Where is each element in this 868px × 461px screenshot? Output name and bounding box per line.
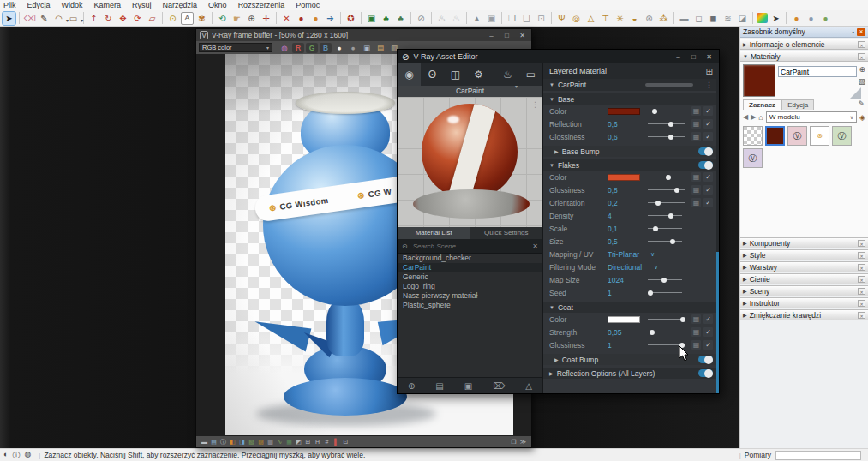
paint-bucket-tool[interactable]: ✾ xyxy=(195,12,208,25)
ies-light-icon[interactable]: ⊤ xyxy=(599,12,612,25)
material-item-generic[interactable]: Generic xyxy=(398,272,542,282)
sphere-light-icon[interactable]: ◎ xyxy=(570,12,583,25)
value-coat-strength[interactable]: 0,05 xyxy=(608,328,644,337)
push-pull-tool[interactable]: ↥ xyxy=(87,12,100,25)
tray-section-entity-info[interactable]: ▶ Informacje o elemencie ✕ xyxy=(740,39,868,50)
zoom-extents-tool[interactable]: ✛ xyxy=(260,12,272,25)
section-close-icon[interactable]: ✕ xyxy=(858,264,865,271)
clear-search-icon[interactable]: ✕ xyxy=(532,242,538,250)
sample-paint-icon[interactable] xyxy=(849,87,861,99)
layer-opacity-slider[interactable] xyxy=(645,83,693,87)
delete-material-icon[interactable]: ⌦ xyxy=(493,381,505,391)
rotate-tool[interactable]: ⟳ xyxy=(131,12,144,25)
vray-scene-settings-icon[interactable]: ✪ xyxy=(344,12,357,25)
render-button[interactable]: ♨▾ xyxy=(496,63,519,86)
slider-flakes-seed[interactable] xyxy=(648,289,682,297)
spot-light-icon[interactable]: △ xyxy=(584,12,597,25)
mesh-light-icon[interactable]: ⊛ xyxy=(643,12,655,25)
paint-sample-icon[interactable]: ◈ xyxy=(859,113,865,122)
value-flakes-filtering-mode[interactable]: Directional xyxy=(608,263,644,272)
tray-section-style[interactable]: ▶Style✕ xyxy=(740,249,868,260)
texture-slot-base-color[interactable]: ▦ xyxy=(691,106,701,116)
tray-section-instruktor[interactable]: ▶Instruktor✕ xyxy=(740,297,868,308)
tray-section-warstwy[interactable]: ▶Warstwy✕ xyxy=(740,261,868,272)
vfb-title-bar[interactable]: V V-Ray frame buffer - [50% of 1280 x 16… xyxy=(196,29,531,41)
slider-flakes-scale[interactable] xyxy=(648,225,682,233)
vray-asset-editor-toolbar-icon[interactable]: ⊘ xyxy=(415,12,428,25)
text-tool[interactable]: A xyxy=(181,12,194,25)
section-base-bump[interactable]: ▶Base Bump xyxy=(543,146,719,157)
blue-channel-button[interactable]: B xyxy=(320,43,332,53)
slider-knob[interactable] xyxy=(668,122,673,127)
ae-scrollbar[interactable] xyxy=(716,79,719,393)
vfb-curves-icon[interactable]: ∿ xyxy=(275,436,284,447)
menu-widok[interactable]: Widok xyxy=(62,1,83,9)
slider-coat-color[interactable] xyxy=(648,315,685,324)
active-material-preview[interactable] xyxy=(743,64,775,97)
vray-render-icon[interactable]: ● xyxy=(295,12,308,25)
texture-slot-flakes-color[interactable]: ▦ xyxy=(691,172,701,182)
slider-knob[interactable] xyxy=(661,278,667,283)
scale-tool[interactable]: ▱ xyxy=(146,12,159,25)
light-gen-icon[interactable]: ⁂ xyxy=(657,12,670,25)
search-input[interactable] xyxy=(411,242,533,251)
value-base-reflection[interactable]: 0,6 xyxy=(608,120,644,129)
vfb-close-button[interactable]: ✕ xyxy=(517,32,528,39)
geometries-tab[interactable]: ◫ xyxy=(444,63,467,86)
open-material-icon[interactable]: ▤ xyxy=(435,381,443,391)
section-base[interactable]: ▼Base xyxy=(543,93,719,105)
vfb-background-icon[interactable]: ▦ xyxy=(284,436,294,447)
slider-flakes-map-size[interactable] xyxy=(648,276,682,284)
color-swatch-base-color[interactable] xyxy=(608,108,640,115)
forward-arrow-icon[interactable]: ▶ xyxy=(751,113,756,121)
vfb-maximize-button[interactable]: □ xyxy=(501,32,512,39)
value-coat-glossiness[interactable]: 1 xyxy=(608,341,644,350)
texture-slot-coat-glossiness[interactable]: ▦ xyxy=(691,340,701,350)
tape-measure-tool[interactable]: ⊙ xyxy=(166,12,179,25)
enable-checkbox-base-reflection[interactable]: ✓ xyxy=(703,119,713,129)
section-close-icon[interactable]: ✕ xyxy=(858,240,865,247)
red-channel-button[interactable]: R xyxy=(292,43,304,53)
zoom-tool[interactable]: ⊕ xyxy=(245,12,258,25)
section-close-icon[interactable]: ✕ xyxy=(858,288,865,295)
proxy-export-icon[interactable]: ◼ xyxy=(707,12,720,25)
follow-me-tool[interactable]: ↻ xyxy=(102,12,115,25)
toggle-coat-bump[interactable] xyxy=(698,356,713,363)
claim-credit-icon[interactable]: ◍ xyxy=(24,450,31,461)
toggle-flakes[interactable] xyxy=(698,161,713,169)
slider-knob[interactable] xyxy=(666,175,671,180)
section-coat[interactable]: ▼Coat xyxy=(543,302,719,313)
slider-flakes-color[interactable] xyxy=(648,173,685,182)
slider-knob[interactable] xyxy=(670,239,675,244)
tab-edit[interactable]: Edycja xyxy=(781,99,814,110)
pencil-icon[interactable]: ✎ xyxy=(858,99,865,108)
slider-base-color[interactable] xyxy=(648,107,685,116)
infinite-plane-icon[interactable]: ▬ xyxy=(678,12,691,25)
value-flakes-density[interactable]: 4 xyxy=(608,212,644,220)
vfb-stamp-icon[interactable]: # xyxy=(322,436,332,447)
alpha-channel-icon[interactable]: ● xyxy=(333,43,345,53)
ae-minimize-button[interactable]: – xyxy=(673,53,684,61)
menu-rysuj[interactable]: Rysuj xyxy=(132,1,152,9)
vfb-color-balance-icon[interactable]: ▨ xyxy=(256,436,266,447)
in-model-home-icon[interactable]: ⌂ xyxy=(758,113,763,122)
ae-close-button[interactable]: ✕ xyxy=(703,53,715,61)
slider-coat-strength[interactable] xyxy=(648,328,685,337)
material-carpaint-swatch[interactable] xyxy=(765,126,785,146)
color-swatch-coat-color[interactable] xyxy=(608,316,640,323)
material-purple-swatch[interactable]: Ⓥ xyxy=(743,148,763,168)
rect-light-icon[interactable]: Ψ xyxy=(555,12,568,25)
layer-header-carpaint[interactable]: ▼CarPaint⋮ xyxy=(543,79,719,91)
section-close-icon[interactable]: ✕ xyxy=(858,252,865,259)
mono-channel-icon[interactable]: ● xyxy=(347,43,359,53)
lock-scene-icon[interactable]: ⊡ xyxy=(535,12,548,25)
cosmos-footer-icon[interactable]: ⊕ xyxy=(408,381,415,391)
menu-narz-dzia[interactable]: Narzędzia xyxy=(163,1,198,9)
chevron-down-icon[interactable]: ∨ xyxy=(650,251,655,258)
color-picker-icon[interactable] xyxy=(757,13,768,23)
select-tool[interactable]: ➤ xyxy=(3,12,15,25)
slider-knob[interactable] xyxy=(674,188,679,193)
slider-flakes-orientation[interactable] xyxy=(648,199,685,207)
vfb-history-icon[interactable]: ▤ xyxy=(209,436,218,447)
collection-dropdown[interactable]: W modelu ∨ xyxy=(766,111,857,123)
